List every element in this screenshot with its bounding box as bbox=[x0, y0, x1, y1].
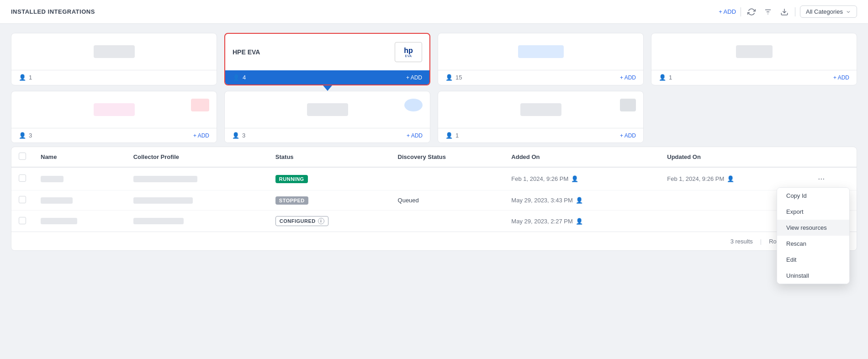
row3-status: CONFIGURED i bbox=[268, 211, 391, 232]
divider bbox=[741, 7, 741, 16]
context-menu-copy-id[interactable]: Copy Id bbox=[777, 188, 849, 204]
row2-profile-blur bbox=[133, 197, 193, 204]
logo-accent-5 bbox=[191, 99, 209, 111]
th-status: Status bbox=[268, 147, 391, 167]
row2-checkbox[interactable] bbox=[19, 196, 26, 203]
refresh-button[interactable] bbox=[746, 6, 757, 18]
card-logo-area-7 bbox=[438, 91, 643, 128]
category-filter[interactable]: All Categories bbox=[800, 5, 857, 18]
logo-placeholder-5 bbox=[94, 103, 135, 116]
page-title: INSTALLED INTEGRATIONS bbox=[11, 8, 95, 15]
card-logo-area-6 bbox=[225, 91, 430, 128]
select-all-checkbox[interactable] bbox=[19, 153, 26, 160]
row3-name-blur bbox=[41, 218, 77, 224]
results-text: 3 results bbox=[730, 238, 753, 245]
row3-checkbox-cell bbox=[11, 211, 33, 232]
th-name: Name bbox=[33, 147, 126, 167]
row3-profile-blur bbox=[133, 218, 184, 224]
context-menu-view-resources[interactable]: View resources bbox=[777, 220, 849, 236]
context-menu-export[interactable]: Export bbox=[777, 204, 849, 220]
hpe-eva-name: HPE EVA bbox=[233, 48, 260, 56]
user-count-4: 👤 1 bbox=[659, 74, 672, 81]
user-icon-1: 👤 bbox=[19, 74, 26, 81]
card-logo-area-1 bbox=[11, 33, 217, 70]
add-button-6[interactable]: + ADD bbox=[407, 132, 423, 139]
row2-profile bbox=[126, 190, 268, 211]
configured-info-icon[interactable]: i bbox=[318, 218, 324, 224]
user-icon-hpe: 👤 bbox=[233, 74, 240, 81]
hpe-user-count: 👤 4 bbox=[233, 74, 246, 81]
context-menu: Copy Id Export View resources Rescan Edi… bbox=[777, 187, 850, 262]
empty-slot bbox=[651, 91, 857, 143]
table-row: CONFIGURED i May 29, 2023, 2:27 PM 👤 bbox=[11, 211, 857, 232]
divider2 bbox=[795, 7, 795, 16]
page-header: INSTALLED INTEGRATIONS + ADD All Categor… bbox=[0, 0, 868, 24]
row2-name-blur bbox=[41, 197, 73, 204]
th-checkbox bbox=[11, 147, 33, 167]
row1-added: Feb 1, 2024, 9:26 PM 👤 bbox=[504, 167, 660, 190]
user-icon-5: 👤 bbox=[19, 132, 26, 139]
row2-name bbox=[33, 190, 126, 211]
row3-profile bbox=[126, 211, 268, 232]
th-added: Added On bbox=[504, 147, 660, 167]
table-footer: 3 results | Rows: 20 ⟨⟨ ⟨ Page 1 bbox=[11, 232, 857, 250]
integrations-grid: 👤 1 HPE EVA hp EVA 👤 4 + ADD bbox=[0, 24, 868, 95]
logo-placeholder-4 bbox=[736, 45, 773, 58]
context-menu-rescan[interactable]: Rescan bbox=[777, 236, 849, 252]
user-count-5: 👤 3 bbox=[19, 132, 32, 139]
card-footer-5: 👤 3 + ADD bbox=[11, 128, 217, 143]
card-logo-area-4 bbox=[651, 33, 857, 70]
integration-card-3: 👤 15 + ADD bbox=[438, 33, 644, 85]
user-count-3: 👤 15 bbox=[445, 74, 462, 81]
integrations-table: Name Collector Profile Status Discovery … bbox=[11, 147, 857, 232]
logo-placeholder-1 bbox=[94, 45, 135, 58]
integration-card-hpe-eva[interactable]: HPE EVA hp EVA 👤 4 + ADD bbox=[224, 33, 430, 85]
th-collector: Collector Profile bbox=[126, 147, 268, 167]
running-badge: RUNNING bbox=[275, 175, 308, 183]
stopped-badge: STOPPED bbox=[275, 196, 308, 205]
logo-placeholder-7 bbox=[520, 103, 561, 116]
add-button[interactable]: + ADD bbox=[719, 8, 736, 15]
row1-checkbox-cell bbox=[11, 167, 33, 190]
integration-card-1: 👤 1 bbox=[11, 33, 217, 85]
row2-checkbox-cell bbox=[11, 190, 33, 211]
th-updated: Updated On bbox=[660, 147, 808, 167]
row1-profile bbox=[126, 167, 268, 190]
user-icon-4: 👤 bbox=[659, 74, 666, 81]
logo-accent-7 bbox=[620, 99, 636, 111]
row3-checkbox[interactable] bbox=[19, 217, 26, 224]
add-button-4[interactable]: + ADD bbox=[833, 74, 849, 81]
filter-button[interactable] bbox=[762, 6, 774, 18]
th-actions bbox=[808, 147, 857, 167]
user-icon-3: 👤 bbox=[445, 74, 453, 81]
configured-badge: CONFIGURED i bbox=[275, 216, 328, 226]
user-count-1: 👤 1 bbox=[19, 74, 32, 81]
row2-status: STOPPED bbox=[268, 190, 391, 211]
more-button-row1[interactable]: ··· bbox=[815, 173, 827, 185]
add-button-3[interactable]: + ADD bbox=[620, 74, 636, 81]
user-count-7: 👤 1 bbox=[445, 132, 459, 139]
added-person-icon-1: 👤 bbox=[571, 175, 578, 182]
row1-checkbox[interactable] bbox=[19, 174, 26, 182]
row1-status: RUNNING bbox=[268, 167, 391, 190]
context-menu-edit[interactable]: Edit bbox=[777, 252, 849, 262]
integration-card-6: 👤 3 + ADD bbox=[224, 91, 430, 143]
card-footer-1: 👤 1 bbox=[11, 70, 217, 84]
export-button[interactable] bbox=[778, 6, 790, 18]
integrations-grid-row2: 👤 3 + ADD 👤 3 + ADD 👤 1 bbox=[0, 91, 868, 147]
th-discovery: Discovery Status bbox=[391, 147, 504, 167]
hpe-add-button[interactable]: + ADD bbox=[406, 74, 422, 81]
row1-profile-blur bbox=[133, 176, 197, 182]
add-button-7[interactable]: + ADD bbox=[620, 132, 636, 139]
hp-text: hp bbox=[404, 47, 413, 54]
add-button-5[interactable]: + ADD bbox=[193, 132, 209, 139]
card-footer-4: 👤 1 + ADD bbox=[651, 70, 857, 84]
user-count-6: 👤 3 bbox=[232, 132, 245, 139]
row1-name bbox=[33, 167, 126, 190]
logo-accent-6 bbox=[404, 99, 423, 111]
added-person-icon-3: 👤 bbox=[576, 218, 583, 225]
row2-discovery: Queued bbox=[391, 190, 504, 211]
eva-text: EVA bbox=[405, 54, 412, 58]
row1-more: ··· bbox=[808, 167, 857, 190]
row1-name-blur bbox=[41, 176, 64, 182]
